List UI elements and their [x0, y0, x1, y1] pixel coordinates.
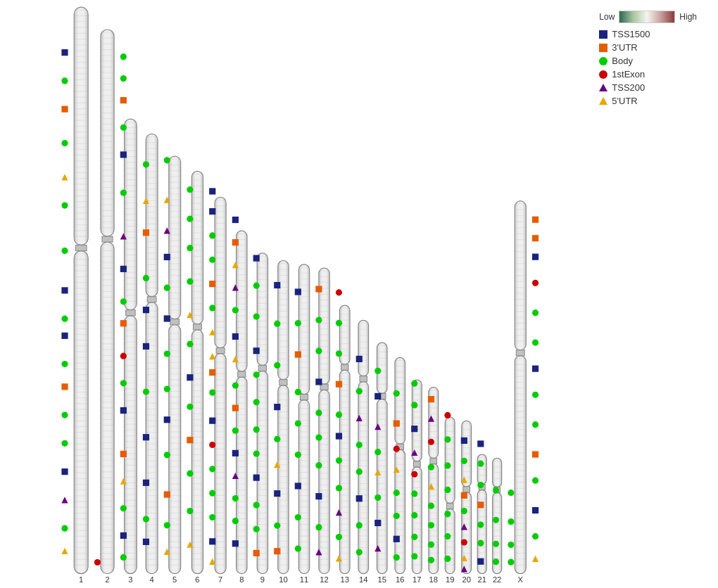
svg-rect-1366: [295, 482, 301, 489]
svg-rect-1384: [336, 433, 342, 439]
svg-point-1455: [493, 487, 499, 493]
chromosome-6: 6: [191, 171, 203, 584]
marker: [411, 402, 417, 408]
svg-point-1419: [411, 490, 417, 497]
marker: [164, 350, 170, 357]
svg-marker-1314: [209, 353, 215, 359]
marker: [143, 343, 149, 350]
marker: [428, 542, 434, 548]
marker: [295, 452, 301, 458]
svg-point-1460: [508, 518, 514, 525]
svg-point-1386: [336, 485, 342, 491]
svg-point-1277: [143, 388, 149, 395]
svg-point-1337: [232, 518, 239, 524]
marker: [61, 49, 68, 56]
svg-rect-1303: [187, 437, 193, 443]
marker: [120, 266, 127, 272]
marker: [232, 217, 239, 223]
svg-point-1331: [232, 382, 239, 388]
svg-rect-425: [193, 324, 201, 330]
marker: [356, 388, 363, 395]
marker: [61, 525, 68, 532]
marker: [232, 495, 239, 501]
svg-point-1256: [120, 124, 127, 131]
svg-point-1457: [493, 541, 499, 547]
svg-point-1321: [209, 514, 215, 520]
svg-point-1246: [61, 412, 68, 418]
svg-point-1426: [428, 464, 434, 470]
marker: [508, 559, 514, 565]
marker: [61, 468, 68, 475]
svg-point-1371: [315, 347, 322, 354]
marker: [532, 339, 538, 345]
svg-rect-1360: [295, 288, 301, 295]
marker: [428, 439, 434, 445]
svg-rect-1423: [428, 396, 434, 402]
marker: [143, 275, 149, 281]
svg-point-1361: [295, 320, 301, 326]
svg-point-1271: [143, 161, 149, 167]
svg-rect-1102: [462, 492, 472, 574]
marker: [295, 320, 301, 326]
marker: [120, 97, 127, 103]
svg-point-1320: [209, 490, 215, 497]
svg-rect-1376: [315, 493, 322, 499]
marker: [61, 440, 68, 447]
svg-rect-1439: [461, 437, 467, 444]
svg-text:4: 4: [149, 575, 153, 584]
marker: [315, 435, 322, 441]
svg-point-1282: [164, 157, 170, 163]
svg-point-1289: [164, 385, 170, 392]
svg-text:8: 8: [239, 575, 244, 584]
svg-rect-1236: [61, 106, 68, 113]
marker: [209, 353, 215, 359]
svg-point-1428: [428, 503, 434, 509]
svg-point-1264: [120, 380, 127, 386]
svg-marker-1476: [532, 556, 538, 562]
svg-text:15: 15: [378, 575, 386, 584]
marker: [274, 436, 280, 442]
marker: [493, 541, 499, 547]
chromosome-1: 1: [74, 7, 88, 584]
marker: [444, 556, 451, 562]
marker: [336, 381, 342, 388]
main-container: Low High TSS1500 3'UTR Body 1stExon TSS2…: [0, 0, 718, 588]
svg-rect-1281: [143, 539, 149, 545]
marker: [187, 341, 193, 347]
svg-point-1414: [411, 381, 417, 387]
marker: [508, 518, 514, 525]
marker: [315, 378, 322, 385]
marker: [477, 440, 484, 447]
marker: [477, 501, 484, 508]
svg-rect-352: [170, 319, 180, 325]
marker: [61, 333, 68, 339]
marker: [393, 390, 400, 397]
marker: [428, 557, 434, 563]
svg-point-1237: [61, 140, 68, 146]
svg-text:12: 12: [320, 575, 328, 584]
marker: [164, 285, 170, 291]
svg-point-1440: [461, 458, 467, 464]
svg-rect-1285: [164, 254, 170, 260]
marker: [143, 516, 149, 522]
svg-rect-731: [300, 395, 308, 400]
svg-rect-1404: [374, 520, 381, 526]
marker: [187, 374, 193, 381]
marker: [187, 216, 193, 222]
svg-point-1291: [164, 452, 170, 458]
marker: [374, 393, 381, 400]
marker: [295, 351, 301, 357]
svg-point-1239: [61, 203, 68, 209]
svg-text:13: 13: [341, 575, 349, 584]
marker: [61, 106, 68, 113]
svg-point-1333: [232, 428, 239, 434]
marker: [94, 559, 101, 565]
svg-rect-1: [74, 251, 88, 574]
marker: [461, 437, 467, 444]
marker: [120, 75, 127, 82]
chromosomes-canvas: 12345678910111213141516171819202122X: [0, 0, 718, 588]
svg-rect-1308: [209, 208, 215, 215]
svg-point-1318: [209, 442, 215, 448]
marker: [253, 502, 260, 509]
svg-point-1380: [336, 320, 342, 326]
